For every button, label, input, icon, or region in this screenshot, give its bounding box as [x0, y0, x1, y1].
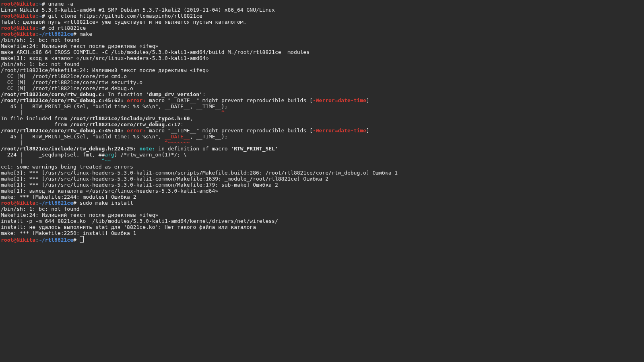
prompt: root@Nikita:~#: [1, 13, 45, 19]
out-line: install -p -m 644 8821ce.ko /lib/modules…: [1, 218, 278, 224]
out-line: 45 | RTW_PRINT_SEL(sel, "build time: %s …: [1, 134, 228, 140]
out-line: make[1]: *** [/usr/src/linux-headers-5.3…: [1, 182, 278, 188]
out-line-error: /root/rtl8821ce/core/rtw_debug.c:45:62: …: [1, 97, 369, 103]
out-line: | ^~~: [1, 158, 111, 164]
prompt-colon: :: [35, 1, 39, 7]
prompt: root@Nikita:~/rtl8821ce#: [1, 237, 76, 243]
out-line: make: *** [Makefile:2250: install] Ошибк…: [1, 230, 136, 236]
cmd-git-clone: git clone https://github.com/tomaspinho/…: [45, 13, 202, 19]
out-line: make[2]: *** [/usr/src/linux-headers-5.3…: [1, 176, 328, 182]
prompt-hash: #: [42, 1, 45, 7]
out-line: install: не удалось выполнить stat для '…: [1, 224, 256, 230]
out-line: make[3]: *** [/usr/src/linux-headers-5.3…: [1, 170, 398, 176]
prompt: root@Nikita:~/rtl8821ce#: [1, 31, 76, 37]
out-line: make ARCH=x86_64 CROSS_COMPILE= -C /lib/…: [1, 49, 310, 55]
out-line: Makefile:24: Излишний текст после директ…: [1, 212, 158, 218]
prompt-cwd: ~: [39, 1, 42, 7]
cmd-install: sudo make install: [76, 200, 133, 206]
out-line: make: *** [Makefile:2244: modules] Ошибк…: [1, 194, 136, 200]
cmd-uname: uname -a: [45, 1, 73, 7]
out-line: /bin/sh: 1: bc: not found: [1, 206, 80, 212]
cursor[interactable]: [80, 236, 84, 243]
out-uname: Linux Nikita 5.3.0-kali1-amd64 #1 SMP De…: [1, 7, 275, 13]
out-line: cc1: some warnings being treated as erro…: [1, 164, 133, 170]
cmd-make: make: [76, 31, 92, 37]
out-line: CC [M] /root/rtl8821ce/core/rtw_security…: [1, 79, 142, 85]
out-line: /bin/sh: 1: bc: not found: [1, 37, 80, 43]
out-line: CC [M] /root/rtl8821ce/core/rtw_cmd.o: [1, 73, 127, 79]
out-line: /bin/sh: 1: bc: not found: [1, 61, 80, 67]
terminal-area[interactable]: root@Nikita:~# uname -a Linux Nikita 5.3…: [0, 0, 644, 243]
out-git-clone: fatal: целевой путь «rtl8821ce» уже суще…: [1, 19, 246, 25]
prompt: root@Nikita:~#: [1, 1, 45, 7]
out-line: from /root/rtl8821ce/core/rtw_debug.c:17…: [1, 121, 184, 128]
out-line: | ^: [1, 109, 225, 115]
out-line-error: /root/rtl8821ce/core/rtw_debug.c:45:44: …: [1, 128, 369, 134]
out-line: make[1]: выход из каталога «/usr/src/lin…: [1, 188, 218, 194]
cmd-cd: cd rtl8821ce: [45, 25, 86, 31]
out-line: 45 | RTW_PRINT_SEL(sel, "build time: %s …: [1, 103, 228, 109]
out-line: Makefile:24: Излишний текст после директ…: [1, 43, 158, 49]
out-line: /root/rtl8821ce/core/rtw_debug.c: In fun…: [1, 91, 206, 97]
out-line: 224 | _seqdump(sel, fmt, ##arg) /*rtw_wa…: [1, 152, 187, 158]
out-line: CC [M] /root/rtl8821ce/core/rtw_debug.o: [1, 85, 133, 91]
out-line: make[1]: вход в каталог «/usr/src/linux-…: [1, 55, 209, 61]
out-line: In file included from /root/rtl8821ce/in…: [1, 115, 193, 121]
prompt: root@Nikita:~#: [1, 25, 45, 31]
out-line: | ^~~~~~~~: [1, 140, 190, 146]
out-line-note: /root/rtl8821ce/include/rtw_debug.h:224:…: [1, 146, 278, 152]
prompt-user-host: root@Nikita: [1, 1, 35, 7]
prompt: root@Nikita:~/rtl8821ce#: [1, 200, 76, 206]
out-line: /root/rtl8821ce/Makefile:24: Излишний те…: [1, 67, 209, 73]
